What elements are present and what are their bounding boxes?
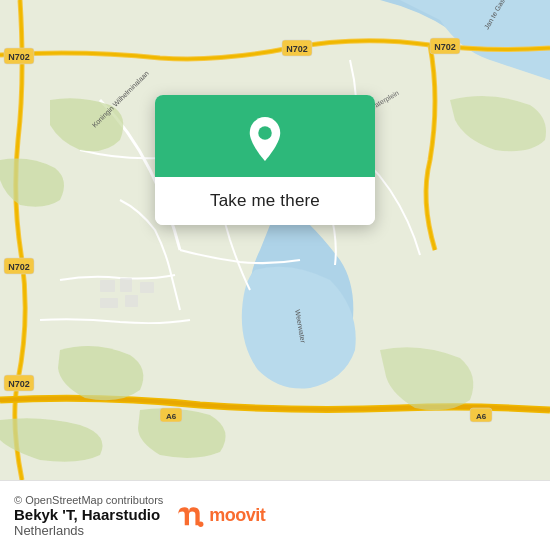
svg-text:N702: N702: [8, 379, 30, 389]
svg-text:N702: N702: [8, 262, 30, 272]
svg-text:A6: A6: [166, 412, 177, 421]
svg-text:N702: N702: [434, 42, 456, 52]
svg-point-24: [258, 126, 272, 140]
svg-text:A6: A6: [476, 412, 487, 421]
svg-point-25: [198, 521, 203, 526]
svg-rect-23: [125, 295, 138, 307]
moovit-logo: moovit: [173, 500, 265, 532]
location-pin-icon: [243, 117, 287, 161]
copyright-text: © OpenStreetMap contributors: [14, 494, 163, 506]
map-view[interactable]: N702 N702 N702 N702 N702 A6 A6 Koningin …: [0, 0, 550, 480]
location-country: Netherlands: [14, 523, 163, 538]
bottom-info-bar: © OpenStreetMap contributors Bekyk 'T, H…: [0, 480, 550, 550]
map-svg: N702 N702 N702 N702 N702 A6 A6 Koningin …: [0, 0, 550, 480]
svg-text:N702: N702: [8, 52, 30, 62]
moovit-text: moovit: [209, 505, 265, 526]
location-info: © OpenStreetMap contributors Bekyk 'T, H…: [14, 494, 163, 538]
take-me-there-button[interactable]: Take me there: [155, 177, 375, 225]
svg-rect-21: [140, 282, 154, 293]
location-popup: Take me there: [155, 95, 375, 225]
svg-rect-22: [100, 298, 118, 308]
svg-rect-19: [100, 280, 115, 292]
svg-rect-20: [120, 278, 132, 292]
popup-header: [155, 95, 375, 177]
location-name: Bekyk 'T, Haarstudio: [14, 506, 163, 523]
moovit-icon: [173, 500, 205, 532]
svg-text:N702: N702: [286, 44, 308, 54]
